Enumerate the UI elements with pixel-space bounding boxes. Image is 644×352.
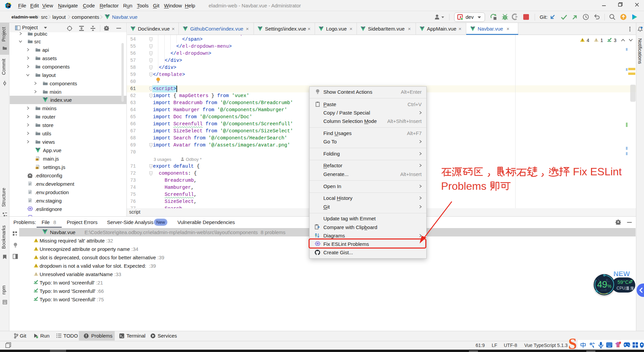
svg-text:WS: WS xyxy=(7,4,10,6)
